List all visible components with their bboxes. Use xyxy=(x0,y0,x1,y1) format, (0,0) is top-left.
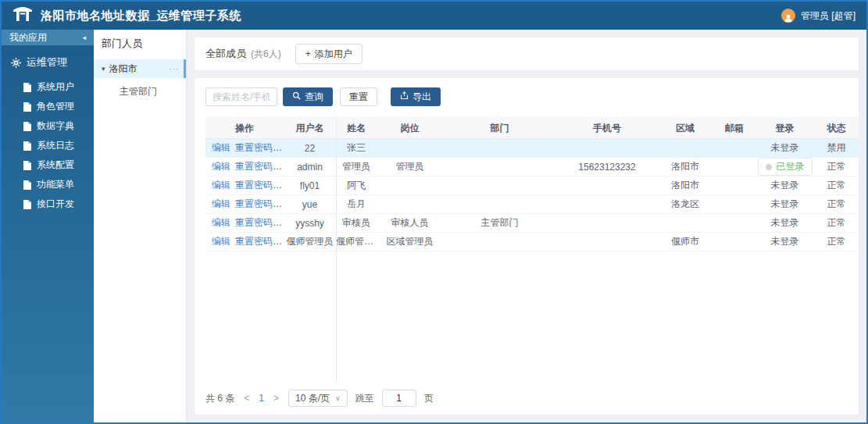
jump-page-input[interactable] xyxy=(382,390,416,407)
chevron-down-icon: ∨ xyxy=(335,394,341,402)
tree-node-dept[interactable]: 主管部门 xyxy=(94,78,186,98)
edit-link[interactable]: 编辑 xyxy=(212,161,230,172)
export-icon xyxy=(400,91,409,102)
status-cell: 正常 xyxy=(814,158,859,176)
sidebar-item-角色管理[interactable]: 角色管理 xyxy=(2,97,94,116)
login-cell: 未登录 xyxy=(755,214,814,233)
edit-link[interactable]: 编辑 xyxy=(212,180,230,191)
reset-password-link[interactable]: 重置密码 xyxy=(235,217,273,228)
users-card: 查询 重置 导出 xyxy=(195,78,859,415)
table-row: 编辑重置密码删除22张三未登录禁用 xyxy=(205,139,859,158)
edit-link[interactable]: 编辑 xyxy=(212,198,230,209)
email-cell xyxy=(713,233,755,251)
sidebar-item-label: 系统用户 xyxy=(37,80,74,94)
column-header-岗位: 岗位 xyxy=(377,118,443,139)
actions-cell: 编辑重置密码删除 xyxy=(205,158,284,176)
sidebar-item-label: 功能菜单 xyxy=(37,178,74,191)
page-size-select[interactable]: 10 条/页 ∨ xyxy=(288,390,348,407)
column-header-状态: 状态 xyxy=(814,118,859,139)
search-input[interactable] xyxy=(205,87,277,106)
reset-password-link[interactable]: 重置密码 xyxy=(235,236,273,247)
email-cell xyxy=(713,195,755,214)
table-row: 编辑重置密码删除admin管理员管理员15623123232洛阳市已登录正常 xyxy=(205,158,859,176)
phone-cell xyxy=(556,139,658,158)
sidebar-item-数据字典[interactable]: 数据字典 xyxy=(2,116,94,136)
column-header-部门: 部门 xyxy=(443,118,556,139)
add-user-button[interactable]: + 添加用户 xyxy=(295,44,363,64)
status-cell: 正常 xyxy=(814,176,859,195)
phone-cell xyxy=(556,214,658,233)
status-cell: 禁用 xyxy=(814,139,859,158)
name-cell: 岳月 xyxy=(336,195,377,214)
name-cell: 阿飞 xyxy=(336,176,377,195)
email-cell xyxy=(713,158,755,176)
login-cell: 未登录 xyxy=(755,176,814,195)
file-icon xyxy=(23,161,31,170)
search-icon xyxy=(292,91,301,102)
region-cell: 偃师市 xyxy=(658,233,713,251)
next-page-button[interactable]: > xyxy=(272,393,280,404)
phone-cell xyxy=(556,233,658,251)
sidebar-apps-bar[interactable]: 我的应用 ◂ xyxy=(2,30,94,45)
prev-page-button[interactable]: < xyxy=(242,393,251,404)
collapse-arrow-icon[interactable]: ◂ xyxy=(82,34,86,41)
actions-cell: 编辑重置密码删除 xyxy=(205,139,284,158)
edit-link[interactable]: 编辑 xyxy=(212,142,230,153)
region-cell: 洛龙区 xyxy=(658,195,713,214)
dept-cell xyxy=(443,195,556,214)
region-cell: 洛阳市 xyxy=(658,176,713,195)
add-user-label: 添加用户 xyxy=(315,48,352,61)
sidebar-item-系统日志[interactable]: 系统日志 xyxy=(2,136,94,155)
pagination: 共 6 条 < 1 > 10 条/页 ∨ 跳至 页 xyxy=(205,383,848,407)
tree-more-icon[interactable]: ··· xyxy=(169,64,180,73)
file-icon xyxy=(23,83,31,92)
user-menu[interactable]: 管理员 [超管] xyxy=(781,9,855,23)
sidebar-item-功能菜单[interactable]: 功能菜单 xyxy=(2,175,94,194)
search-toolbar: 查询 重置 导出 xyxy=(205,87,848,106)
edit-link[interactable]: 编辑 xyxy=(212,236,230,247)
user-avatar[interactable] xyxy=(781,9,795,23)
reset-password-link[interactable]: 重置密码 xyxy=(235,198,273,209)
edit-link[interactable]: 编辑 xyxy=(212,217,230,228)
members-label: 全部成员 xyxy=(205,47,246,61)
status-cell: 正常 xyxy=(814,233,859,251)
post-cell: 区域管理员 xyxy=(377,233,443,251)
sidebar-item-label: 角色管理 xyxy=(37,100,74,113)
pagination-total: 共 6 条 xyxy=(205,392,234,405)
reset-password-link[interactable]: 重置密码 xyxy=(235,161,273,172)
column-header-姓名: 姓名 xyxy=(336,118,377,139)
table-row: 编辑重置密码删除偃师管理员偃师管理员区域管理员偃师市未登录正常 xyxy=(205,233,859,251)
column-header-邮箱: 邮箱 xyxy=(713,118,755,139)
sidebar-item-系统用户[interactable]: 系统用户 xyxy=(2,77,94,97)
reset-password-link[interactable]: 重置密码 xyxy=(235,180,273,191)
tree-node-label: 洛阳市 xyxy=(109,62,138,76)
department-panel: 部门人员 ▾ 洛阳市 ··· 主管部门 xyxy=(94,30,187,422)
sidebar-menu: 系统用户角色管理数据字典系统日志系统配置功能菜单接口开发 xyxy=(2,77,94,214)
reset-password-link[interactable]: 重置密码 xyxy=(235,142,273,153)
post-cell xyxy=(377,176,443,195)
login-cell: 未登录 xyxy=(755,139,814,158)
sidebar-item-系统配置[interactable]: 系统配置 xyxy=(2,155,94,175)
sidebar: 我的应用 ◂ 运维管理 系统用户角色管理数据字典系统日志系统配置功能菜单接口开发 xyxy=(2,30,94,422)
actions-cell: 编辑重置密码删除 xyxy=(205,195,284,214)
sidebar-group-ops[interactable]: 运维管理 xyxy=(2,45,94,77)
post-cell: 审核人员 xyxy=(377,214,443,233)
current-page[interactable]: 1 xyxy=(259,393,264,404)
sidebar-item-接口开发[interactable]: 接口开发 xyxy=(2,194,94,214)
content-area: 我的应用 ◂ 运维管理 系统用户角色管理数据字典系统日志系统配置功能菜单接口开发 xyxy=(2,30,866,422)
apps-label: 我的应用 xyxy=(9,31,47,45)
dept-cell: 主管部门 xyxy=(443,214,556,233)
reset-button[interactable]: 重置 xyxy=(340,87,377,106)
tree-node-city[interactable]: ▾ 洛阳市 ··· xyxy=(94,59,186,78)
username-cell: yue xyxy=(284,195,336,214)
username-cell: fly01 xyxy=(284,176,336,195)
phone-cell xyxy=(556,195,658,214)
email-cell xyxy=(713,139,755,158)
query-button[interactable]: 查询 xyxy=(283,87,333,106)
tree-caret-icon[interactable]: ▾ xyxy=(102,65,105,73)
page-suffix-label: 页 xyxy=(424,392,434,405)
export-button[interactable]: 导出 xyxy=(391,87,441,106)
logged-in-badge: 已登录 xyxy=(758,158,813,176)
column-header-区域: 区域 xyxy=(658,118,713,139)
name-cell: 管理员 xyxy=(336,158,377,176)
